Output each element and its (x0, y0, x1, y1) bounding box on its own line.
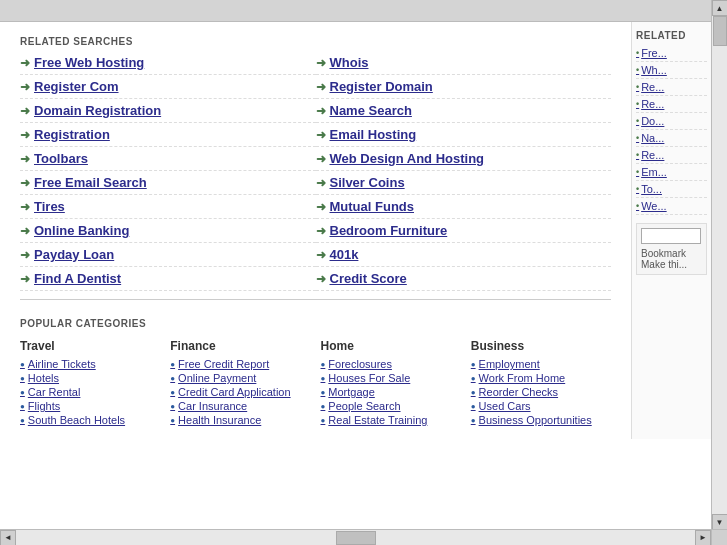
arrow-icon: ➜ (20, 176, 30, 190)
related-link[interactable]: Toolbars (34, 151, 88, 166)
related-link[interactable]: Online Banking (34, 223, 129, 238)
related-link[interactable]: Find A Dentist (34, 271, 121, 286)
right-panel-link[interactable]: • Em... (636, 164, 707, 181)
list-item: ➜ Registration (20, 123, 316, 147)
related-link[interactable]: Free Email Search (34, 175, 147, 190)
scroll-track-horizontal[interactable] (16, 530, 695, 545)
category-link[interactable]: ●Employment (471, 357, 611, 371)
scroll-track[interactable] (712, 16, 727, 514)
list-item: ➜ 401k (316, 243, 612, 267)
related-link[interactable]: Email Hosting (330, 127, 417, 142)
related-link[interactable]: Bedroom Furniture (330, 223, 448, 238)
related-link[interactable]: Domain Registration (34, 103, 161, 118)
scroll-down-button[interactable]: ▼ (712, 514, 728, 530)
related-link[interactable]: Register Domain (330, 79, 433, 94)
category-link[interactable]: ●Foreclosures (321, 357, 461, 371)
right-panel-link[interactable]: • Re... (636, 96, 707, 113)
category-business: Business ●Employment ●Work From Home ●Re… (471, 339, 611, 427)
category-link[interactable]: ●Used Cars (471, 399, 611, 413)
category-link[interactable]: ●Work From Home (471, 371, 611, 385)
category-link[interactable]: ●Mortgage (321, 385, 461, 399)
category-title: Business (471, 339, 611, 353)
category-link[interactable]: ●Free Credit Report (170, 357, 310, 371)
bullet-icon: ● (471, 402, 476, 411)
scroll-left-button[interactable]: ◄ (0, 530, 16, 546)
category-link[interactable]: ●Airline Tickets (20, 357, 160, 371)
related-link[interactable]: Payday Loan (34, 247, 114, 262)
bullet-icon: ● (20, 402, 25, 411)
category-title: Home (321, 339, 461, 353)
right-panel-link[interactable]: • Re... (636, 79, 707, 96)
category-travel: Travel ●Airline Tickets ●Hotels ●Car Ren… (20, 339, 160, 427)
category-link[interactable]: ●Houses For Sale (321, 371, 461, 385)
scroll-up-button[interactable]: ▲ (712, 0, 728, 16)
right-panel-link[interactable]: • Na... (636, 130, 707, 147)
list-item: ➜ Credit Score (316, 267, 612, 291)
list-item: ➜ Online Banking (20, 219, 316, 243)
bullet-icon: ● (321, 416, 326, 425)
list-item: ➜ Register Domain (316, 75, 612, 99)
scroll-thumb-horizontal[interactable] (336, 531, 376, 545)
scroll-right-button[interactable]: ► (695, 530, 711, 546)
related-link[interactable]: Register Com (34, 79, 119, 94)
bullet-icon: ● (20, 374, 25, 383)
bullet-icon: ● (471, 374, 476, 383)
arrow-icon: ➜ (316, 272, 326, 286)
bullet-icon: • (636, 150, 639, 160)
related-link[interactable]: Credit Score (330, 271, 407, 286)
arrow-icon: ➜ (20, 152, 30, 166)
category-link[interactable]: ●Real Estate Training (321, 413, 461, 427)
related-link[interactable]: Whois (330, 55, 369, 70)
list-item: ➜ Web Design And Hosting (316, 147, 612, 171)
related-link[interactable]: Tires (34, 199, 65, 214)
related-link[interactable]: Silver Coins (330, 175, 405, 190)
popular-categories-header: POPULAR CATEGORIES (20, 312, 611, 333)
bullet-icon: • (636, 99, 639, 109)
bullet-icon: ● (471, 416, 476, 425)
right-panel-link[interactable]: • Do... (636, 113, 707, 130)
category-link[interactable]: ●Car Rental (20, 385, 160, 399)
bullet-icon: ● (170, 416, 175, 425)
related-searches-grid: ➜ Free Web Hosting ➜ Whois ➜ Register Co… (0, 51, 631, 291)
right-panel-link[interactable]: • Fre... (636, 45, 707, 62)
category-title: Finance (170, 339, 310, 353)
bookmark-text2: Make thi... (641, 259, 702, 270)
vertical-scrollbar[interactable]: ▲ ▼ (711, 0, 727, 530)
category-link[interactable]: ●Reorder Checks (471, 385, 611, 399)
right-panel-link[interactable]: • Re... (636, 147, 707, 164)
arrow-icon: ➜ (316, 104, 326, 118)
category-link[interactable]: ●Hotels (20, 371, 160, 385)
related-link[interactable]: Registration (34, 127, 110, 142)
bullet-icon: • (636, 201, 639, 211)
related-link[interactable]: Name Search (330, 103, 412, 118)
bullet-icon: ● (20, 416, 25, 425)
right-panel-link[interactable]: • We... (636, 198, 707, 215)
category-link[interactable]: ●Online Payment (170, 371, 310, 385)
bookmark-input[interactable] (641, 228, 701, 244)
arrow-icon: ➜ (316, 224, 326, 238)
right-panel-link[interactable]: • To... (636, 181, 707, 198)
related-link[interactable]: Web Design And Hosting (330, 151, 485, 166)
popular-categories-section: POPULAR CATEGORIES Travel ●Airline Ticke… (0, 308, 631, 431)
category-link[interactable]: ●South Beach Hotels (20, 413, 160, 427)
bullet-icon: ● (170, 388, 175, 397)
arrow-icon: ➜ (316, 248, 326, 262)
right-panel-link[interactable]: • Wh... (636, 62, 707, 79)
category-link[interactable]: ●Health Insurance (170, 413, 310, 427)
bullet-icon: • (636, 133, 639, 143)
related-link[interactable]: 401k (330, 247, 359, 262)
bullet-icon: ● (471, 360, 476, 369)
bookmark-text1: Bookmark (641, 248, 702, 259)
list-item: ➜ Free Web Hosting (20, 51, 316, 75)
bullet-icon: ● (321, 402, 326, 411)
category-link[interactable]: ●Credit Card Application (170, 385, 310, 399)
category-link[interactable]: ●People Search (321, 399, 461, 413)
category-link[interactable]: ●Flights (20, 399, 160, 413)
horizontal-scrollbar[interactable]: ◄ ► (0, 529, 711, 545)
scroll-thumb[interactable] (713, 16, 727, 46)
related-link[interactable]: Mutual Funds (330, 199, 415, 214)
arrow-icon: ➜ (20, 80, 30, 94)
related-link[interactable]: Free Web Hosting (34, 55, 144, 70)
category-link[interactable]: ●Car Insurance (170, 399, 310, 413)
category-link[interactable]: ●Business Opportunities (471, 413, 611, 427)
